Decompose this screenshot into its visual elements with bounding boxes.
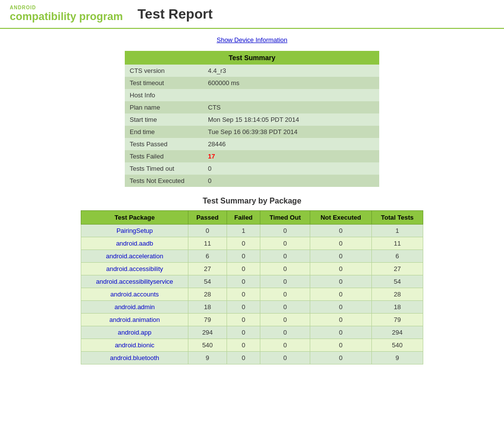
pkg-passed: 27 [188,263,227,275]
pkg-timedout: 0 [260,275,310,288]
pkg-failed: 0 [227,314,260,326]
package-link[interactable]: android.accounts [111,291,159,298]
device-info-section: Show Device Information [10,36,494,44]
summary-row: Tests Failed17 [125,150,379,162]
table-row: android.bluetooth90009 [81,352,423,364]
summary-row: Tests Not Executed0 [125,175,379,187]
pkg-timedout: 0 [260,301,310,314]
pkg-failed: 0 [227,288,260,301]
pkg-timedout: 0 [260,288,310,301]
pkg-passed: 28 [188,288,227,301]
summary-label: CTS version [125,65,203,77]
pkg-notexecuted: 0 [310,339,372,352]
package-link[interactable]: PairingSetup [116,227,153,234]
page-title: Test Report [137,6,213,22]
pkg-notexecuted: 0 [310,301,372,314]
package-name-cell: android.admin [81,301,188,314]
table-row: android.accessibilityservice5400054 [81,275,423,288]
pkg-passed: 54 [188,275,227,288]
summary-row: End timeTue Sep 16 06:39:38 PDT 2014 [125,126,379,138]
package-name-cell: android.accessibility [81,263,188,275]
summary-value [203,89,379,101]
package-link[interactable]: android.aadb [116,240,153,247]
page-header: android compatibility program Test Repor… [0,0,504,29]
pkg-timedout: 0 [260,250,310,263]
pkg-total: 294 [371,326,423,339]
package-link[interactable]: android.accessibilityservice [96,278,173,285]
pkg-passed: 18 [188,301,227,314]
pkg-timedout: 0 [260,237,310,250]
package-link[interactable]: android.accessibility [106,265,163,272]
package-link[interactable]: android.acceleration [106,252,163,260]
table-row: PairingSetup01001 [81,225,423,237]
summary-value: 17 [203,150,379,162]
pkg-failed: 0 [227,275,260,288]
table-row: android.accessibility2700027 [81,263,423,275]
package-name-cell: android.accounts [81,288,188,301]
pkg-total: 79 [371,314,423,326]
pkg-timedout: 0 [260,225,310,237]
summary-label: Host Info [125,89,203,101]
pkg-total: 540 [371,339,423,352]
summary-heading: Test Summary [125,51,379,65]
pkg-total: 27 [371,263,423,275]
pkg-failed: 0 [227,237,260,250]
pkg-table-header: Passed [188,211,227,225]
package-table: Test PackagePassedFailedTimed OutNot Exe… [81,210,423,364]
pkg-notexecuted: 0 [310,237,372,250]
package-link[interactable]: android.animation [109,316,160,323]
pkg-notexecuted: 0 [310,225,372,237]
summary-label: Tests Not Executed [125,175,203,187]
package-link[interactable]: android.app [118,329,152,336]
summary-label: Start time [125,113,203,126]
summary-value: 0 [203,175,379,187]
package-section-title: Test Summary by Package [10,197,494,205]
summary-value: 0 [203,162,379,175]
pkg-notexecuted: 0 [310,352,372,364]
package-name-cell: android.animation [81,314,188,326]
pkg-timedout: 0 [260,339,310,352]
pkg-failed: 0 [227,250,260,263]
summary-value: 600000 ms [203,77,379,89]
summary-row: CTS version4.4_r3 [125,65,379,77]
logo-android-text: android [10,5,123,10]
package-link[interactable]: android.bionic [115,341,155,349]
summary-label: Tests Timed out [125,162,203,175]
pkg-total: 28 [371,288,423,301]
pkg-total: 1 [371,225,423,237]
pkg-notexecuted: 0 [310,250,372,263]
pkg-total: 18 [371,301,423,314]
pkg-notexecuted: 0 [310,288,372,301]
pkg-table-header: Test Package [81,211,188,225]
summary-value: Mon Sep 15 18:14:05 PDT 2014 [203,113,379,126]
summary-label: Plan name [125,101,203,113]
summary-label: Test timeout [125,77,203,89]
pkg-timedout: 0 [260,326,310,339]
summary-label: End time [125,126,203,138]
pkg-timedout: 0 [260,352,310,364]
pkg-failed: 0 [227,339,260,352]
pkg-passed: 6 [188,250,227,263]
device-info-link[interactable]: Show Device Information [217,36,288,44]
package-name-cell: android.accessibilityservice [81,275,188,288]
pkg-notexecuted: 0 [310,314,372,326]
package-link[interactable]: android.bluetooth [110,354,159,362]
table-row: android.aadb1100011 [81,237,423,250]
pkg-table-header: Timed Out [260,211,310,225]
pkg-total: 54 [371,275,423,288]
package-name-cell: android.bluetooth [81,352,188,364]
pkg-table-header: Not Executed [310,211,372,225]
summary-row: Plan nameCTS [125,101,379,113]
package-name-cell: android.app [81,326,188,339]
pkg-passed: 294 [188,326,227,339]
summary-row: Host Info [125,89,379,101]
pkg-total: 9 [371,352,423,364]
table-row: android.animation7900079 [81,314,423,326]
package-table-container: Test PackagePassedFailedTimed OutNot Exe… [81,210,423,364]
package-link[interactable]: android.admin [115,303,155,311]
pkg-passed: 9 [188,352,227,364]
table-row: android.accounts2800028 [81,288,423,301]
pkg-passed: 0 [188,225,227,237]
summary-row: Tests Passed28446 [125,138,379,150]
pkg-timedout: 0 [260,314,310,326]
